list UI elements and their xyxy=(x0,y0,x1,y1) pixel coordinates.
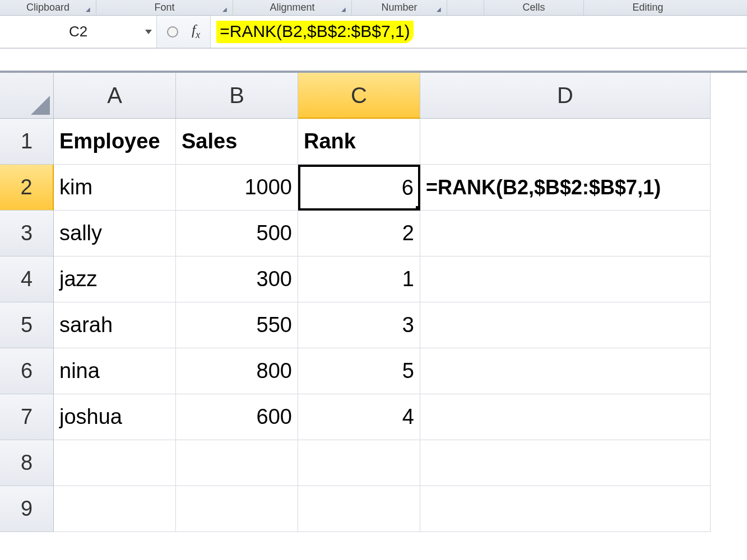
formula-bar-expand[interactable] xyxy=(0,48,747,73)
cell-b8[interactable] xyxy=(176,440,298,486)
column-header-c[interactable]: C xyxy=(298,73,420,119)
ribbon-group-label: Editing xyxy=(632,2,663,13)
ribbon-group-cells[interactable]: Cells xyxy=(484,0,584,15)
ribbon-group-label: Number xyxy=(381,2,417,13)
dialog-launcher-icon[interactable]: ◢ xyxy=(341,6,349,14)
cell-b4[interactable]: 300 xyxy=(176,256,298,302)
ribbon-group-label: Cells xyxy=(522,2,545,13)
row-header-7[interactable]: 7 xyxy=(0,394,54,440)
ribbon-group-alignment[interactable]: Alignment ◢ xyxy=(233,0,352,15)
cell-b1[interactable]: Sales xyxy=(176,119,298,165)
cell-d6[interactable] xyxy=(420,348,711,394)
spreadsheet-grid[interactable]: A B C D 1 Employee Sales Rank 2 kim 1000… xyxy=(0,73,747,532)
cell-b9[interactable] xyxy=(176,486,298,532)
row-header-8[interactable]: 8 xyxy=(0,440,54,486)
chevron-down-icon[interactable] xyxy=(145,30,152,34)
formula-text: =RANK(B2,$B$2:$B$7,1) xyxy=(216,21,413,43)
cell-c6[interactable]: 5 xyxy=(298,348,420,394)
cell-a5[interactable]: sarah xyxy=(54,302,176,348)
dialog-launcher-icon[interactable]: ◢ xyxy=(437,6,444,14)
ribbon-group-font[interactable]: Font ◢ xyxy=(96,0,233,15)
column-header-d[interactable]: D xyxy=(420,73,711,119)
cell-c7[interactable]: 4 xyxy=(298,394,420,440)
cell-c4[interactable]: 1 xyxy=(298,256,420,302)
cell-d8[interactable] xyxy=(420,440,711,486)
name-box[interactable]: C2 xyxy=(0,16,157,48)
dialog-launcher-icon[interactable]: ◢ xyxy=(222,6,230,14)
cell-d5[interactable] xyxy=(420,302,711,348)
column-header-a[interactable]: A xyxy=(54,73,176,119)
cell-d2-text: =RANK(B2,$B$2:$B$7,1) xyxy=(426,176,661,199)
row-header-3[interactable]: 3 xyxy=(0,211,54,256)
cell-b3[interactable]: 500 xyxy=(176,211,298,256)
formula-bar-icons: fx xyxy=(157,16,211,48)
ribbon-group-labels: Clipboard ◢ Font ◢ Alignment ◢ Number ◢ … xyxy=(0,0,747,16)
ribbon-group-label: Alignment xyxy=(270,2,314,13)
formula-input[interactable]: =RANK(B2,$B$2:$B$7,1) xyxy=(211,16,747,48)
column-header-b[interactable]: B xyxy=(176,73,298,119)
formula-bar: C2 fx =RANK(B2,$B$2:$B$7,1) xyxy=(0,16,747,48)
row-header-9[interactable]: 9 xyxy=(0,486,54,532)
dialog-launcher-icon[interactable]: ◢ xyxy=(86,6,94,14)
cell-a2[interactable]: kim xyxy=(54,165,176,211)
ribbon-group-editing[interactable]: Editing xyxy=(584,0,712,15)
cell-b6[interactable]: 800 xyxy=(176,348,298,394)
cell-b2[interactable]: 1000 xyxy=(176,165,298,211)
cell-c8[interactable] xyxy=(298,440,420,486)
cell-a7[interactable]: joshua xyxy=(54,394,176,440)
name-box-value: C2 xyxy=(0,23,156,40)
cell-d9[interactable] xyxy=(420,486,711,532)
row-header-6[interactable]: 6 xyxy=(0,348,54,394)
cell-c9[interactable] xyxy=(298,486,420,532)
ribbon-group-spacer xyxy=(447,0,484,15)
row-header-2[interactable]: 2 xyxy=(0,165,54,211)
cancel-icon[interactable] xyxy=(167,26,178,38)
ribbon-group-label: Font xyxy=(154,2,174,13)
row-header-4[interactable]: 4 xyxy=(0,256,54,302)
row-header-1[interactable]: 1 xyxy=(0,119,54,165)
cell-a8[interactable] xyxy=(54,440,176,486)
cell-c2[interactable]: 6 xyxy=(298,165,420,211)
cell-a6[interactable]: nina xyxy=(54,348,176,394)
cell-c5[interactable]: 3 xyxy=(298,302,420,348)
cell-c3[interactable]: 2 xyxy=(298,211,420,256)
select-all-corner[interactable] xyxy=(0,73,54,119)
cell-d4[interactable] xyxy=(420,256,711,302)
ribbon-group-number[interactable]: Number ◢ xyxy=(352,0,447,15)
cell-b7[interactable]: 600 xyxy=(176,394,298,440)
insert-function-icon[interactable]: fx xyxy=(192,22,200,41)
cell-b5[interactable]: 550 xyxy=(176,302,298,348)
cell-a9[interactable] xyxy=(54,486,176,532)
ribbon-group-label: Clipboard xyxy=(26,2,69,13)
cell-a3[interactable]: sally xyxy=(54,211,176,256)
cell-c1[interactable]: Rank xyxy=(298,119,420,165)
row-header-5[interactable]: 5 xyxy=(0,302,54,348)
cell-d2[interactable]: =RANK(B2,$B$2:$B$7,1) xyxy=(420,165,711,211)
cell-a4[interactable]: jazz xyxy=(54,256,176,302)
cell-d3[interactable] xyxy=(420,211,711,256)
cell-d1[interactable] xyxy=(420,119,711,165)
cell-d7[interactable] xyxy=(420,394,711,440)
cell-a1[interactable]: Employee xyxy=(54,119,176,165)
ribbon-group-clipboard[interactable]: Clipboard ◢ xyxy=(0,0,96,15)
